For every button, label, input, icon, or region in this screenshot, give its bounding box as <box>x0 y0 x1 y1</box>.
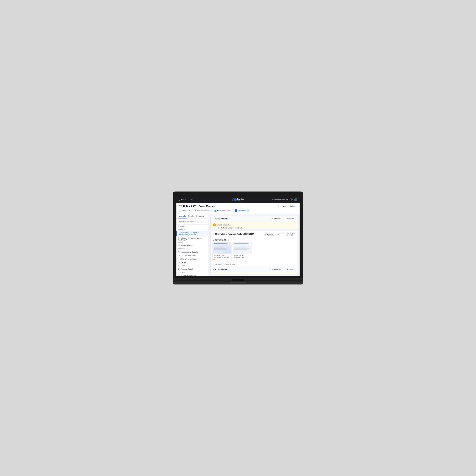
minutes-agenda-header: ∧ 2.0 Minutes of Previous Meeting (26/8/… <box>211 231 297 237</box>
add-note-label-2: Add Note <box>287 269 294 270</box>
doc-name-2: Board Minutes (26/8/2021).pdf <box>234 254 251 258</box>
hamburger-icon <box>179 199 181 201</box>
add-note-button-1[interactable]: + Add Note <box>284 217 295 221</box>
collapse-icon-2[interactable]: ∧ <box>212 268 214 270</box>
user-avatar[interactable]: 👤 <box>294 198 297 201</box>
thumb-line <box>214 245 229 245</box>
add-action-button-2[interactable]: ⊕ Add Action <box>271 268 283 271</box>
sidebar-item-5-1[interactable]: 5.1 Finance Report <box>176 267 208 271</box>
back-icon <box>188 199 190 201</box>
sidebar-item-5-0[interactable]: 5.0 CE Report <box>176 261 208 264</box>
action-items-label-1: ACTION ITEMS <box>215 218 228 220</box>
sidebar-item-6-0[interactable]: 6.0 Any Other Business1 Docs <box>176 274 208 276</box>
collapse-icon-1[interactable]: ∧ <box>212 218 214 220</box>
action-items-card-1: ∧ ACTION ITEMS 1 ⊕ Add Action <box>210 216 297 229</box>
add-note-button-2[interactable]: + Add Note <box>284 268 295 271</box>
duration-meta: DURATION 5m <box>276 232 284 236</box>
docs-section: ∧ DOCUMENTS 2 <box>211 237 297 263</box>
action-items-header-1: ∧ ACTION ITEMS 1 ⊕ Add Action <box>211 216 297 222</box>
action-type-minute: Minute <box>217 224 222 226</box>
dots-icon: ⋮ <box>280 205 282 207</box>
menu-label: Menu <box>181 199 186 201</box>
screen-bezel: Menu Back <box>173 191 303 278</box>
sidebar-section-opening: OPENING <box>176 228 208 231</box>
action-items-actions-2: ⊕ Add Action + Add Note <box>271 268 295 271</box>
action-item-header-2: D Decision John White ⋮ <box>213 274 295 274</box>
minutes-section-meta: PURPOSE For Approval DURATION 5m AGENDA … <box>264 232 295 236</box>
sidebar-section-closing: CLOSING <box>176 271 208 274</box>
sidebar-item-4-1[interactable]: 4.1 Audit & Risk Report <box>176 254 208 257</box>
tab-outcomes[interactable]: Outcomes <box>195 214 205 219</box>
help-button[interactable]: ? <box>290 198 293 201</box>
meeting-location-text: Remote (via Zoom) <box>197 210 212 211</box>
doc-card-1[interactable]: ⋮ Minutes of Board Meeting 31/7/2021.pdf <box>212 242 232 261</box>
plus-icon-1: ⊕ <box>272 218 273 220</box>
add-note-label-1: Add Note <box>287 218 294 220</box>
sidebar-item-4-0[interactable]: 4.0 Management Reports <box>176 250 208 254</box>
doc-card-2[interactable]: ⋮ Board Minutes (26/8/2021).pdf <box>233 242 252 261</box>
action-item-header-1: ! Minute John White ⋮ <box>213 223 295 226</box>
action-items-actions-1: ⊕ Add Action + Add Note <box>271 217 295 221</box>
minutes-section-title: 2.0 Minutes of Previous Meeting (26/8/20… <box>215 233 254 235</box>
thumb-line <box>214 247 228 247</box>
add-action-label-2: Add Action <box>274 269 281 270</box>
meeting-header: 📅 16 Dec 2021 - Board Meeting ⋮ Meeting … <box>176 203 300 214</box>
plus-note-icon-2: + <box>286 269 287 270</box>
doc-info-1: Minutes of Board Meeting 31/7/2021.pdf <box>213 254 231 261</box>
meeting-title-text: 16 Dec 2021 - Board Meeting <box>183 205 215 207</box>
switch-icon[interactable] <box>286 199 288 201</box>
doc-dots-2[interactable]: ⋮ <box>249 243 251 245</box>
sidebar-item-3-0[interactable]: 3.0 Matters Arising <box>176 244 208 247</box>
sidebar: Agenda People Outcomes Instructions OPEN… <box>176 214 208 276</box>
tab-people[interactable]: People <box>187 214 195 219</box>
plus-icon-2: ⊕ <box>272 269 273 270</box>
sidebar-search <box>176 219 208 224</box>
menu-button[interactable]: Menu <box>179 199 186 201</box>
meeting-board-text: Board of Directors <box>217 210 231 211</box>
logo-text-block: Decision Time <box>237 198 244 201</box>
purpose-meta: PURPOSE For Approval <box>264 232 274 236</box>
agenda-filter-input[interactable] <box>178 220 206 223</box>
action-content-1: Note that Joe was also in attendance <box>213 227 295 229</box>
logo-name: Decision <box>237 198 244 200</box>
clock-icon: 🕒 <box>179 210 181 212</box>
back-button[interactable]: Back <box>188 199 194 201</box>
location-icon: 📍 <box>194 210 197 212</box>
action-count-badge-1: 1 <box>229 218 230 220</box>
zoom-invitation-button[interactable]: Z Zoom Invitation <box>234 209 250 212</box>
agenda-time-meta: AGENDA TIME 🕒 15:00 <box>286 232 295 236</box>
minute-icon-1: ! <box>213 223 216 226</box>
minutes-collapse-icon[interactable]: ∧ <box>212 233 214 235</box>
meeting-board: 👥 Board of Directors <box>214 210 231 212</box>
add-action-button-1[interactable]: ⊕ Add Action <box>271 217 283 221</box>
agenda-time-value: 🕒 15:00 <box>286 234 293 236</box>
meeting-options-button[interactable]: ⋮ Meeting Options <box>278 204 297 208</box>
add-action-label-1: Add Action <box>274 218 281 220</box>
doc-dots-1[interactable]: ⋮ <box>228 243 231 245</box>
action-count-badge-2: 2 <box>229 269 230 270</box>
purpose-label: PURPOSE <box>264 232 274 234</box>
back-label: Back <box>190 199 194 201</box>
calendar-icon: 📅 <box>179 205 182 207</box>
thumb-line <box>214 248 224 248</box>
docs-title: DOCUMENTS <box>215 239 226 241</box>
duration-label: DURATION <box>276 232 284 234</box>
doc-thumbnail-1: ⋮ <box>213 242 231 254</box>
app-container: Menu Back <box>176 197 300 276</box>
sidebar-item-2-0[interactable]: 2.0 Minutes of Previous Meeting (26/8/20… <box>176 237 208 244</box>
action-items-section-2: ∧ ACTION ITEMS 2 ⊕ Add Action <box>211 266 297 274</box>
docs-collapse-icon[interactable]: ∧ <box>212 239 214 241</box>
sidebar-item-4-2[interactable]: 4.2 Performance Report <box>176 257 208 261</box>
thumb-line <box>214 243 227 244</box>
purpose-value: For Approval <box>264 234 274 236</box>
sidebar-item-1-0[interactable]: 1.0 Welcome, apologies & Declarations of… <box>176 231 208 237</box>
page-notes-section[interactable]: DOCUMENT PAGE NOTES 4 <box>211 263 297 266</box>
company-name: Company Name <box>272 199 285 201</box>
main-content: Agenda People Outcomes Instructions OPEN… <box>176 214 300 276</box>
tab-agenda[interactable]: Agenda <box>178 214 187 219</box>
action-dots-1[interactable]: ⋮ <box>293 223 295 226</box>
laptop-notch <box>232 279 244 281</box>
thumb-line <box>214 249 226 249</box>
thumb-line <box>214 246 225 246</box>
laptop-screen: Menu Back <box>176 197 300 276</box>
